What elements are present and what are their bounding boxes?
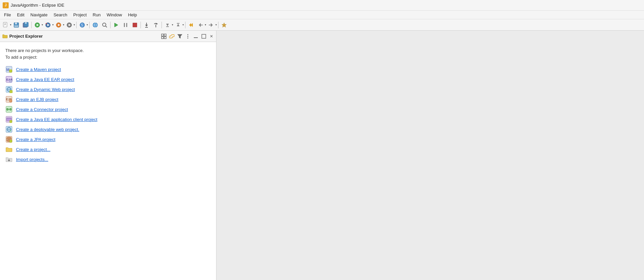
- new-file-group: ▾: [1, 21, 11, 29]
- skip-btn[interactable]: S: [78, 21, 87, 29]
- window-title: JavaAlgorithm - Eclipse IDE: [11, 3, 64, 8]
- run-group: ▾: [33, 21, 43, 29]
- svg-rect-29: [133, 23, 137, 27]
- list-item: Create a Connector project: [5, 106, 211, 113]
- svg-rect-65: [10, 90, 12, 93]
- pause-btn[interactable]: [121, 21, 130, 29]
- prev-annotation-btn[interactable]: [174, 21, 182, 29]
- back-arrow[interactable]: ▾: [205, 23, 206, 26]
- workspace-message: There are no projects in your workspace.…: [5, 47, 211, 60]
- forward-btn[interactable]: [207, 21, 215, 29]
- svg-rect-48: [164, 37, 166, 39]
- external-tools-arrow[interactable]: ▾: [74, 23, 75, 26]
- collapse-all-btn[interactable]: [160, 33, 167, 40]
- maximize-btn[interactable]: [200, 33, 207, 40]
- magnify-btn[interactable]: [100, 21, 109, 29]
- list-item: M Create a Maven project: [5, 66, 211, 73]
- create-project-link[interactable]: Create a project...: [16, 147, 50, 152]
- ejb-link[interactable]: Create an EJB project: [16, 97, 58, 102]
- deployable-icon: [5, 126, 13, 133]
- svg-rect-6: [14, 25, 18, 27]
- step-into-btn[interactable]: [142, 21, 151, 29]
- external-tools-btn[interactable]: [65, 21, 74, 29]
- run-arrow[interactable]: ▾: [42, 23, 43, 26]
- svg-point-24: [103, 23, 106, 26]
- ear-icon: EAR: [5, 76, 13, 83]
- minimize-btn[interactable]: [192, 33, 199, 40]
- svg-rect-28: [126, 23, 127, 27]
- new-file-btn[interactable]: [1, 21, 10, 29]
- next-annotation-btn[interactable]: [163, 21, 172, 29]
- project-links-list: M Create a Maven project EAR: [5, 66, 211, 163]
- panel-title: Project Explorer: [9, 34, 159, 39]
- back-btn[interactable]: [196, 21, 205, 29]
- resume-btn[interactable]: [112, 21, 121, 29]
- filter-btn[interactable]: [176, 33, 183, 40]
- appclient-icon: [5, 116, 13, 123]
- new-file-arrow[interactable]: ▾: [10, 23, 11, 26]
- web-icon: [5, 86, 13, 93]
- ear-link[interactable]: Create a Java EE EAR project: [16, 77, 74, 82]
- forward-group: ▾: [207, 21, 217, 29]
- save-all-btn[interactable]: [21, 21, 30, 29]
- sep-5: [141, 22, 141, 28]
- panel-close-btn[interactable]: ✕: [209, 34, 214, 39]
- menu-run[interactable]: Run: [90, 12, 103, 18]
- svg-marker-37: [177, 24, 179, 26]
- svg-marker-35: [166, 24, 169, 26]
- list-item: Create a JPA project: [5, 136, 211, 143]
- view-menu-btn[interactable]: [184, 33, 191, 40]
- coverage-btn[interactable]: [54, 21, 63, 29]
- browser-btn[interactable]: [91, 21, 100, 29]
- web-link[interactable]: Create a Dynamic Web project: [16, 87, 75, 92]
- prev-annotation-arrow[interactable]: ▾: [182, 23, 184, 26]
- svg-point-14: [46, 23, 47, 24]
- app-icon: J: [3, 2, 9, 8]
- link-editor-btn[interactable]: [168, 33, 175, 40]
- svg-rect-27: [124, 23, 125, 27]
- maven-link[interactable]: Create a Maven project: [16, 67, 61, 72]
- svg-text:M: M: [6, 68, 9, 72]
- last-edit-btn[interactable]: [187, 21, 195, 29]
- run-btn[interactable]: [33, 21, 42, 29]
- menu-help[interactable]: Help: [125, 12, 140, 18]
- editor-area: [216, 31, 644, 280]
- menu-edit[interactable]: Edit: [14, 12, 27, 18]
- menu-file[interactable]: File: [1, 12, 14, 18]
- svg-marker-31: [145, 25, 148, 27]
- next-annotation-arrow[interactable]: ▾: [172, 23, 173, 26]
- menu-navigate[interactable]: Navigate: [28, 12, 50, 18]
- debug-arrow[interactable]: ▾: [52, 23, 54, 26]
- svg-point-52: [187, 37, 188, 38]
- panel-folder-icon: [2, 33, 8, 39]
- import-link[interactable]: Import projects...: [16, 157, 48, 162]
- list-item: EAR Create a Java EE EAR project: [5, 76, 211, 83]
- forward-arrow[interactable]: ▾: [215, 23, 217, 26]
- svg-rect-70: [7, 108, 8, 110]
- toolbar: ▾ ▾: [0, 19, 644, 31]
- menu-search[interactable]: Search: [51, 12, 70, 18]
- coverage-arrow[interactable]: ▾: [63, 23, 64, 26]
- pin-btn[interactable]: [220, 21, 228, 29]
- stop-btn[interactable]: [131, 21, 139, 29]
- save-btn[interactable]: [12, 21, 21, 29]
- menu-window[interactable]: Window: [104, 12, 125, 18]
- project-icon: [5, 146, 13, 153]
- sep-7: [185, 22, 185, 28]
- menu-project[interactable]: Project: [71, 12, 89, 18]
- deployable-link[interactable]: Create a deployable web project.: [16, 127, 79, 132]
- appclient-link[interactable]: Create a Java EE application client proj…: [16, 117, 97, 122]
- jpa-link[interactable]: Create a JPA project: [16, 137, 55, 142]
- ejb-icon: EJB: [5, 96, 13, 103]
- skip-arrow[interactable]: ▾: [87, 23, 88, 26]
- svg-rect-0: [3, 22, 7, 27]
- svg-point-51: [187, 36, 188, 37]
- svg-rect-45: [161, 34, 163, 36]
- connector-link[interactable]: Create a Connector project: [16, 107, 68, 112]
- svg-point-68: [9, 100, 12, 102]
- debug-btn[interactable]: [44, 21, 52, 29]
- workspace-message-line1: There are no projects in your workspace.: [5, 47, 211, 54]
- title-bar: J JavaAlgorithm - Eclipse IDE: [0, 0, 644, 11]
- panel-toolbar: [160, 33, 207, 40]
- step-over-btn[interactable]: [152, 21, 160, 29]
